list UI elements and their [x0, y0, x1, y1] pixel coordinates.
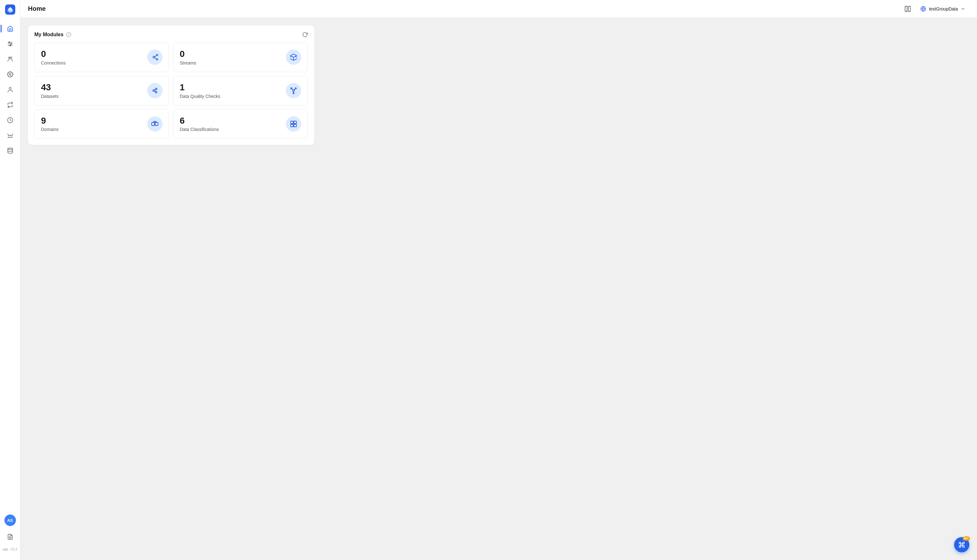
svg-point-3	[8, 42, 10, 43]
classifications-count: 6	[180, 116, 219, 126]
svg-point-8	[10, 57, 12, 58]
svg-rect-16	[905, 6, 907, 12]
svg-line-34	[155, 91, 155, 92]
header: Home testGroupData	[20, 0, 977, 18]
datasets-icon	[147, 83, 162, 98]
quality-checks-count: 1	[180, 83, 220, 92]
header-right: testGroupData	[904, 4, 969, 14]
svg-rect-49	[294, 124, 296, 127]
datasets-count: 43	[41, 83, 58, 92]
sidebar-bottom: AS adp · V2.2	[3, 515, 17, 556]
svg-line-26	[155, 56, 157, 57]
module-info-streams: 0 Streams	[180, 49, 196, 65]
svg-rect-48	[291, 124, 293, 127]
avatar[interactable]: AS	[5, 515, 16, 526]
domains-icon	[147, 116, 162, 132]
module-card-streams[interactable]: 0 Streams	[173, 43, 308, 72]
content-area: My Modules	[20, 18, 977, 560]
workspace-selector[interactable]: testGroupData	[916, 4, 969, 14]
svg-point-13	[8, 148, 12, 150]
module-card-classifications[interactable]: 6 Data Classifications	[173, 109, 308, 139]
quality-checks-label: Data Quality Checks	[180, 94, 220, 99]
sidebar-nav	[0, 22, 20, 515]
app-logo[interactable]	[5, 4, 16, 15]
sidebar-item-transforms[interactable]	[3, 98, 17, 112]
module-grid: 0 Connections	[34, 43, 308, 138]
svg-point-6	[10, 45, 10, 46]
sidebar-item-settings[interactable]	[3, 67, 17, 82]
svg-line-40	[294, 89, 295, 90]
module-card-quality-checks[interactable]: 1 Data Quality Checks	[173, 76, 308, 105]
svg-rect-17	[908, 6, 910, 12]
classifications-icon	[286, 116, 301, 132]
module-card-connections[interactable]: 0 Connections	[34, 43, 169, 72]
module-info-quality-checks: 1 Data Quality Checks	[180, 83, 220, 99]
fab-badge: 99+	[963, 537, 970, 541]
svg-line-33	[155, 90, 155, 91]
connections-label: Connections	[41, 60, 66, 65]
module-info-classifications: 6 Data Classifications	[180, 116, 219, 132]
my-modules-card: My Modules	[28, 25, 314, 145]
sidebar-item-docs[interactable]	[3, 530, 17, 544]
svg-rect-46	[291, 121, 293, 123]
module-info-datasets: 43 Datasets	[41, 83, 58, 99]
workspace-chevron-icon	[960, 7, 965, 12]
streams-count: 0	[180, 49, 196, 59]
version-label: adp · V2.2	[3, 548, 17, 551]
connections-icon	[147, 50, 162, 65]
streams-label: Streams	[180, 60, 196, 65]
domains-label: Domains	[41, 127, 58, 132]
modules-title: My Modules	[34, 32, 63, 38]
svg-rect-47	[294, 121, 296, 123]
module-card-datasets[interactable]: 43 Datasets	[34, 76, 169, 105]
sidebar-item-users[interactable]	[3, 83, 17, 97]
svg-point-30	[153, 90, 155, 92]
connections-count: 0	[41, 49, 66, 59]
page-title: Home	[28, 5, 46, 12]
svg-line-27	[155, 58, 157, 59]
streams-icon	[286, 50, 301, 65]
sidebar-item-pipelines[interactable]	[3, 37, 17, 51]
svg-point-4	[10, 43, 12, 44]
sidebar-item-storage[interactable]	[3, 144, 17, 158]
domains-count: 9	[41, 116, 58, 126]
svg-point-10	[9, 87, 11, 90]
workspace-name: testGroupData	[929, 7, 958, 12]
module-info-domains: 9 Domains	[41, 116, 58, 132]
sidebar-item-groups[interactable]	[3, 52, 17, 66]
classifications-label: Data Classifications	[180, 127, 219, 132]
quality-checks-icon	[286, 83, 301, 98]
sidebar-item-monitoring[interactable]	[3, 113, 17, 127]
modules-title-group: My Modules	[34, 32, 71, 38]
modules-header: My Modules	[34, 32, 308, 38]
module-card-domains[interactable]: 9 Domains	[34, 109, 169, 139]
layout-toggle-icon[interactable]	[904, 5, 911, 12]
modules-info-icon[interactable]	[66, 32, 71, 37]
sidebar-item-quality[interactable]	[3, 128, 17, 142]
fab-button[interactable]: 99+	[954, 537, 969, 552]
module-info-connections: 0 Connections	[41, 49, 66, 65]
datasets-label: Datasets	[41, 94, 58, 99]
svg-line-39	[292, 89, 293, 90]
sidebar: AS adp · V2.2	[0, 0, 20, 560]
sidebar-item-home[interactable]	[3, 22, 17, 36]
modules-refresh-icon[interactable]	[302, 32, 308, 38]
svg-point-9	[9, 74, 11, 75]
workspace-icon	[920, 6, 927, 12]
main-content: Home testGroupData	[20, 0, 977, 560]
